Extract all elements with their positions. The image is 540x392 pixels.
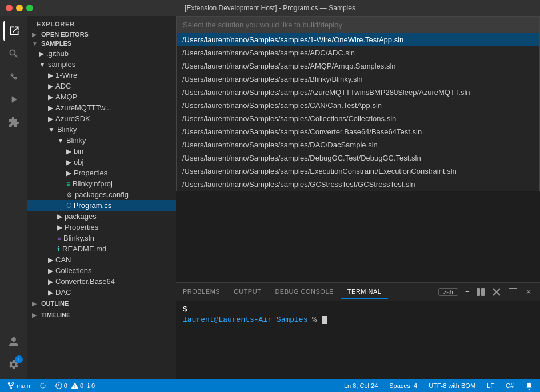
tree-item-readme[interactable]: ℹ README.md (27, 243, 176, 254)
tree-item-properties[interactable]: ▶ Properties (27, 167, 176, 178)
content-area: 14 15 16 17 18 2 references private stat… (176, 16, 540, 379)
tab-output[interactable]: OUTPUT (227, 285, 268, 299)
kill-terminal-button[interactable] (490, 285, 503, 299)
tree-item-azuresdk[interactable]: ▶ AzureSDK (27, 113, 176, 124)
chevron-right-icon: ▶ (32, 312, 39, 318)
terminal-shell-label: + (463, 288, 471, 296)
tree-item-obj[interactable]: ▶ obj (27, 157, 176, 167)
maximize-button[interactable] (26, 5, 33, 11)
tree-item-label: AMQP (55, 93, 176, 101)
tree-item-packages-config[interactable]: ⚙ packages.config (27, 189, 176, 200)
tree-item-label: Program.cs (74, 201, 176, 210)
dropdown-item-0[interactable]: /Users/laurent/nano/Samples/samples/1-Wi… (177, 33, 539, 46)
tree-item-converter[interactable]: ▶ Converter.Base64 (27, 276, 176, 287)
tree-item-packages[interactable]: ▶ packages (27, 211, 176, 222)
tree-item-label: .github (46, 49, 176, 58)
explorer-icon[interactable] (3, 21, 24, 41)
account-icon[interactable] (3, 331, 24, 352)
status-bar-left: main 0 0 ℹ 0 (5, 379, 97, 392)
git-branch-status[interactable]: main (5, 379, 33, 392)
tree-item-label: obj (74, 158, 176, 166)
dropdown-item-1[interactable]: /Users/laurent/nano/Samples/samples/ADC/… (177, 46, 539, 59)
tree-item-label: 1-Wire (55, 71, 176, 79)
cursor-position-status[interactable]: Ln 8, Col 24 (342, 379, 380, 392)
dropdown-item-11[interactable]: /Users/laurent/nano/Samples/samples/GCSt… (177, 178, 539, 191)
tree-item-blinky-sln[interactable]: ≡ Blinky.sln (27, 233, 176, 243)
dropdown-item-9[interactable]: /Users/laurent/nano/Samples/samples/Debu… (177, 151, 539, 165)
tree-item-program-cs[interactable]: C Program.cs (27, 200, 176, 211)
extensions-icon[interactable] (3, 112, 24, 133)
folder-icon: ▶ (48, 104, 53, 112)
dropdown-list: /Users/laurent/nano/Samples/samples/1-Wi… (177, 33, 539, 191)
tree-item-bin[interactable]: ▶ bin (27, 146, 176, 157)
tab-problems[interactable]: PROBLEMS (176, 285, 227, 299)
titlebar: [Extension Development Host] - Program.c… (0, 0, 540, 16)
tree-item-amqp[interactable]: ▶ AMQP (27, 91, 176, 102)
dropdown-item-3[interactable]: /Users/laurent/nano/Samples/samples/Blin… (177, 73, 539, 86)
dropdown-item-5[interactable]: /Users/laurent/nano/Samples/samples/CAN/… (177, 99, 539, 112)
folder-icon: ▶ (57, 223, 62, 231)
project-icon: ≡ (66, 180, 70, 188)
encoding-status[interactable]: UTF-8 with BOM (426, 379, 478, 392)
solution-search-input[interactable] (177, 17, 539, 33)
dropdown-item-7[interactable]: /Users/laurent/nano/Samples/samples/Conv… (177, 125, 539, 138)
minimize-button[interactable] (16, 5, 23, 11)
svg-rect-0 (477, 288, 480, 296)
info-icon: ℹ (57, 245, 60, 253)
sidebar-header: Explorer (27, 16, 176, 30)
split-terminal-button[interactable] (474, 285, 487, 299)
settings-badge: 1 (15, 355, 23, 363)
settings-icon[interactable]: 1 (3, 354, 24, 375)
tree-item-collections[interactable]: ▶ Collections (27, 265, 176, 276)
tree-item-adc[interactable]: ▶ ADC (27, 81, 176, 91)
tree-item-blinky[interactable]: ▼ Blinky (27, 124, 176, 135)
samples-header[interactable]: ▼ SAMPLES (27, 39, 176, 48)
dropdown-item-10[interactable]: /Users/laurent/nano/Samples/samples/Exec… (177, 165, 539, 178)
tree-item-properties2[interactable]: ▶ Properties (27, 222, 176, 233)
search-icon[interactable] (3, 43, 24, 64)
bell-icon (525, 382, 533, 390)
sidebar: Explorer ▶ OPEN EDITORS ▼ SAMPLES ▶ .git… (27, 16, 176, 379)
spaces-status[interactable]: Spaces: 4 (387, 379, 419, 392)
dropdown-item-8[interactable]: /Users/laurent/nano/Samples/samples/DAC/… (177, 138, 539, 151)
tree-item-azuremqtt[interactable]: ▶ AzureMQTTTw... (27, 102, 176, 113)
open-editors-header[interactable]: ▶ OPEN EDITORS (27, 30, 176, 39)
sln-icon: ≡ (57, 234, 61, 242)
spaces-label: Spaces: 4 (389, 382, 417, 389)
tree-item-samples[interactable]: ▼ samples (27, 59, 176, 70)
folder-open-icon: ▼ (48, 126, 55, 134)
tree-item-label: DAC (55, 288, 176, 297)
errors-status[interactable]: 0 0 ℹ 0 (53, 379, 97, 392)
window-controls[interactable] (6, 5, 33, 11)
tree-item-label: samples (48, 60, 176, 69)
line-ending-label: LF (487, 382, 494, 389)
close-panel-button[interactable]: ✕ (522, 285, 535, 299)
tree-item-github[interactable]: ▶ .github (27, 48, 176, 59)
run-icon[interactable] (3, 89, 24, 110)
tree-item-1wire[interactable]: ▶ 1-Wire (27, 70, 176, 81)
close-button[interactable] (6, 5, 13, 11)
folder-icon: ▶ (48, 256, 53, 264)
tree-item-label: AzureSDK (55, 114, 176, 123)
tree-item-can[interactable]: ▶ CAN (27, 254, 176, 265)
dropdown-item-4[interactable]: /Users/laurent/nano/Samples/samples/Azur… (177, 86, 539, 99)
dropdown-item-2[interactable]: /Users/laurent/nano/Samples/samples/AMQP… (177, 59, 539, 73)
maximize-panel-button[interactable] (506, 285, 519, 299)
timeline-header[interactable]: ▶ TIMELINE (27, 309, 176, 321)
outline-header[interactable]: ▶ OUTLINE (27, 298, 176, 309)
tab-terminal[interactable]: TERMINAL (341, 285, 389, 299)
language-status[interactable]: C# (503, 379, 516, 392)
sync-status[interactable] (37, 379, 49, 392)
tab-debug-console[interactable]: DEBUG CONSOLE (268, 285, 340, 299)
dropdown-item-6[interactable]: /Users/laurent/nano/Samples/samples/Coll… (177, 112, 539, 125)
tree-item-blinky-sub[interactable]: ▼ Blinky (27, 135, 176, 146)
source-control-icon[interactable] (3, 66, 24, 87)
tree-item-nfproj[interactable]: ≡ Blinky.nfproj (27, 178, 176, 189)
line-ending-status[interactable]: LF (485, 379, 497, 392)
tree-item-label: Collections (55, 266, 176, 275)
notifications-button[interactable] (523, 379, 535, 392)
tree-item-dac[interactable]: ▶ DAC (27, 287, 176, 298)
error-icon (55, 382, 62, 389)
dropdown-container: /Users/laurent/nano/Samples/samples/1-Wi… (176, 16, 540, 191)
zsh-label: zsh (438, 288, 458, 296)
